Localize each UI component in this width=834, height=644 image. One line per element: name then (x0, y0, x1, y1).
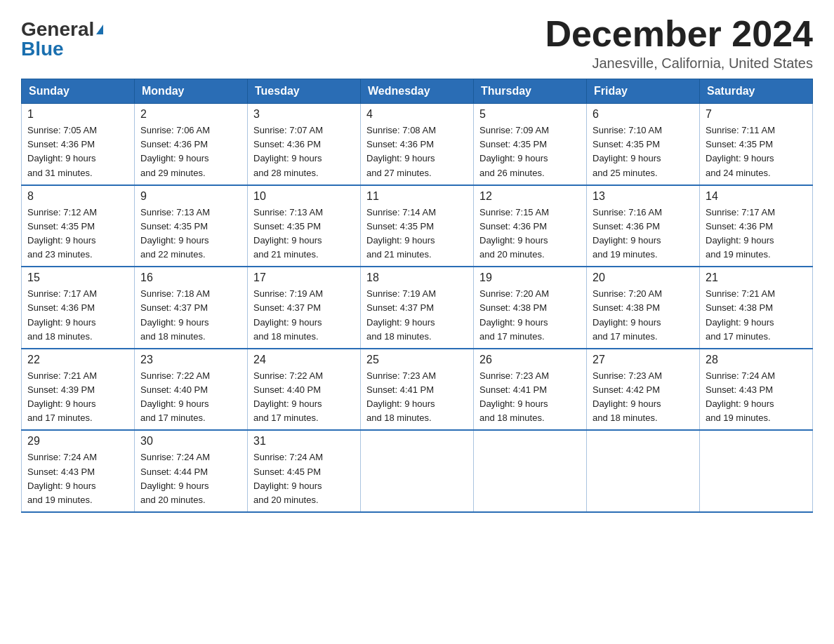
sunrise-label: Sunrise: 7:17 AM (706, 207, 775, 217)
daylight-label: Daylight: 9 hours (366, 317, 435, 328)
day-info: Sunrise: 7:23 AM Sunset: 4:41 PM Dayligh… (479, 369, 581, 426)
daylight-minutes: and 20 minutes. (140, 495, 206, 505)
sunrise-label: Sunrise: 7:10 AM (593, 125, 662, 135)
sunset-label: Sunset: 4:35 PM (706, 139, 773, 149)
daylight-minutes: and 17 minutes. (479, 331, 545, 342)
day-info: Sunrise: 7:22 AM Sunset: 4:40 PM Dayligh… (140, 369, 241, 426)
daylight-minutes: and 17 minutes. (593, 331, 658, 342)
calendar-day-cell (361, 430, 474, 512)
calendar-day-cell: 28 Sunrise: 7:24 AM Sunset: 4:43 PM Dayl… (700, 349, 813, 431)
sunrise-label: Sunrise: 7:24 AM (140, 452, 210, 462)
day-info: Sunrise: 7:14 AM Sunset: 4:35 PM Dayligh… (366, 206, 468, 262)
daylight-label: Daylight: 9 hours (706, 153, 774, 163)
calendar-day-cell: 30 Sunrise: 7:24 AM Sunset: 4:44 PM Dayl… (135, 430, 248, 512)
day-number: 31 (253, 435, 355, 448)
logo-triangle-icon (96, 25, 103, 34)
calendar-day-cell: 2 Sunrise: 7:06 AM Sunset: 4:36 PM Dayli… (135, 104, 248, 185)
sunrise-label: Sunrise: 7:05 AM (27, 125, 97, 135)
logo: General Blue (21, 20, 103, 59)
daylight-label: Daylight: 9 hours (140, 235, 209, 246)
sunrise-label: Sunrise: 7:20 AM (479, 288, 549, 299)
day-number: 23 (140, 354, 241, 366)
daylight-minutes: and 18 minutes. (366, 412, 432, 423)
sunrise-label: Sunrise: 7:09 AM (479, 125, 549, 135)
calendar-day-cell: 6 Sunrise: 7:10 AM Sunset: 4:35 PM Dayli… (587, 104, 700, 185)
calendar-day-cell: 24 Sunrise: 7:22 AM Sunset: 4:40 PM Dayl… (248, 349, 361, 431)
day-info: Sunrise: 7:21 AM Sunset: 4:39 PM Dayligh… (27, 369, 128, 426)
daylight-label: Daylight: 9 hours (27, 398, 96, 409)
daylight-label: Daylight: 9 hours (253, 481, 322, 491)
sunset-label: Sunset: 4:36 PM (479, 221, 547, 232)
calendar-day-cell: 19 Sunrise: 7:20 AM Sunset: 4:38 PM Dayl… (474, 267, 587, 349)
calendar-day-cell: 12 Sunrise: 7:15 AM Sunset: 4:36 PM Dayl… (474, 185, 587, 267)
sunset-label: Sunset: 4:44 PM (140, 467, 208, 477)
title-block: December 2024 Janesville, California, Un… (545, 14, 813, 72)
day-info: Sunrise: 7:15 AM Sunset: 4:36 PM Dayligh… (479, 206, 581, 262)
sunset-label: Sunset: 4:36 PM (27, 302, 95, 313)
sunset-label: Sunset: 4:36 PM (27, 139, 95, 149)
day-info: Sunrise: 7:18 AM Sunset: 4:37 PM Dayligh… (140, 287, 241, 344)
day-number: 11 (366, 190, 468, 203)
sunset-label: Sunset: 4:36 PM (366, 139, 434, 149)
sunrise-label: Sunrise: 7:20 AM (593, 288, 662, 299)
sunrise-label: Sunrise: 7:23 AM (479, 370, 549, 381)
calendar-day-cell: 10 Sunrise: 7:13 AM Sunset: 4:35 PM Dayl… (248, 185, 361, 267)
daylight-minutes: and 27 minutes. (366, 168, 432, 178)
day-info: Sunrise: 7:23 AM Sunset: 4:42 PM Dayligh… (593, 369, 694, 426)
sunset-label: Sunset: 4:40 PM (253, 384, 321, 395)
day-info: Sunrise: 7:21 AM Sunset: 4:38 PM Dayligh… (706, 287, 807, 344)
header-wednesday: Wednesday (361, 79, 474, 104)
sunset-label: Sunset: 4:36 PM (593, 221, 660, 232)
day-number: 7 (706, 108, 807, 121)
sunset-label: Sunset: 4:35 PM (140, 221, 208, 232)
daylight-label: Daylight: 9 hours (479, 153, 548, 163)
header-saturday: Saturday (700, 79, 813, 104)
calendar-day-cell: 15 Sunrise: 7:17 AM Sunset: 4:36 PM Dayl… (22, 267, 135, 349)
day-number: 10 (253, 190, 355, 203)
daylight-label: Daylight: 9 hours (140, 317, 209, 328)
sunrise-label: Sunrise: 7:07 AM (253, 125, 323, 135)
daylight-label: Daylight: 9 hours (140, 153, 209, 163)
sunset-label: Sunset: 4:37 PM (140, 302, 208, 313)
daylight-minutes: and 21 minutes. (253, 249, 319, 260)
month-title: December 2024 (545, 14, 813, 54)
sunset-label: Sunset: 4:41 PM (366, 384, 434, 395)
sunrise-label: Sunrise: 7:23 AM (366, 370, 436, 381)
daylight-label: Daylight: 9 hours (479, 317, 548, 328)
day-number: 4 (366, 108, 468, 121)
day-info: Sunrise: 7:13 AM Sunset: 4:35 PM Dayligh… (140, 206, 241, 262)
day-number: 29 (27, 435, 128, 448)
header-thursday: Thursday (474, 79, 587, 104)
daylight-label: Daylight: 9 hours (593, 153, 661, 163)
day-info: Sunrise: 7:08 AM Sunset: 4:36 PM Dayligh… (366, 123, 468, 180)
daylight-minutes: and 20 minutes. (253, 495, 319, 505)
sunset-label: Sunset: 4:35 PM (593, 139, 660, 149)
daylight-minutes: and 28 minutes. (253, 168, 319, 178)
location-subtitle: Janesville, California, United States (545, 55, 813, 72)
header-friday: Friday (587, 79, 700, 104)
day-info: Sunrise: 7:23 AM Sunset: 4:41 PM Dayligh… (366, 369, 468, 426)
daylight-label: Daylight: 9 hours (479, 398, 548, 409)
page-header: General Blue December 2024 Janesville, C… (21, 14, 813, 72)
calendar-day-cell: 1 Sunrise: 7:05 AM Sunset: 4:36 PM Dayli… (22, 104, 135, 185)
day-info: Sunrise: 7:19 AM Sunset: 4:37 PM Dayligh… (253, 287, 355, 344)
sunset-label: Sunset: 4:36 PM (253, 139, 321, 149)
sunrise-label: Sunrise: 7:17 AM (27, 288, 97, 299)
daylight-label: Daylight: 9 hours (593, 398, 661, 409)
sunset-label: Sunset: 4:43 PM (706, 384, 773, 395)
sunset-label: Sunset: 4:38 PM (479, 302, 547, 313)
day-number: 13 (593, 190, 694, 203)
day-info: Sunrise: 7:24 AM Sunset: 4:44 PM Dayligh… (140, 450, 241, 507)
daylight-label: Daylight: 9 hours (366, 153, 435, 163)
day-number: 2 (140, 108, 241, 121)
day-number: 22 (27, 354, 128, 366)
calendar-day-cell: 22 Sunrise: 7:21 AM Sunset: 4:39 PM Dayl… (22, 349, 135, 431)
daylight-label: Daylight: 9 hours (27, 153, 96, 163)
day-number: 16 (140, 271, 241, 284)
daylight-minutes: and 19 minutes. (706, 412, 771, 423)
day-number: 14 (706, 190, 807, 203)
calendar-day-cell: 23 Sunrise: 7:22 AM Sunset: 4:40 PM Dayl… (135, 349, 248, 431)
sunrise-label: Sunrise: 7:08 AM (366, 125, 436, 135)
day-info: Sunrise: 7:09 AM Sunset: 4:35 PM Dayligh… (479, 123, 581, 180)
day-number: 21 (706, 271, 807, 284)
